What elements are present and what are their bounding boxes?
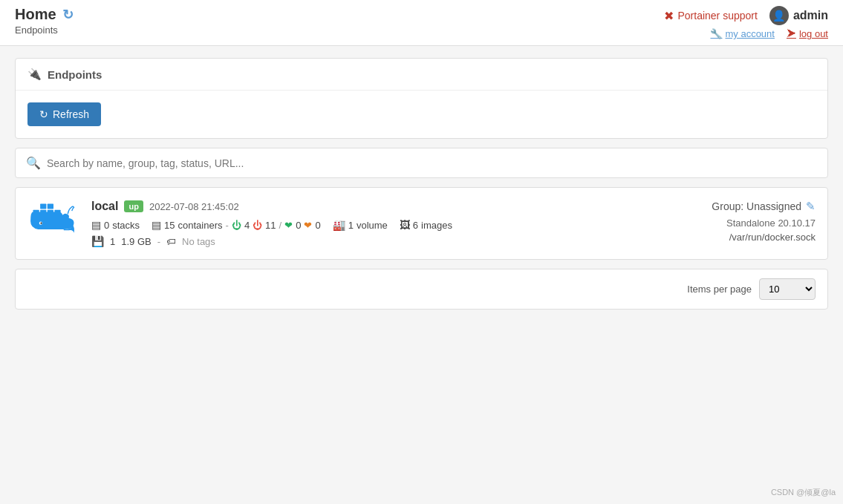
endpoint-name[interactable]: local <box>91 200 118 213</box>
svg-rect-4 <box>40 204 46 209</box>
endpoint-card[interactable]: local up 2022-07-08 21:45:02 ▤ 0 stacks … <box>15 187 828 260</box>
header-title-row: Home ↻ <box>15 6 74 23</box>
status-badge: up <box>124 200 143 212</box>
items-per-page-select[interactable]: 10 25 50 100 <box>759 278 816 300</box>
image-label: images <box>421 220 452 231</box>
docker-logo <box>27 200 79 243</box>
running-icon: ⏻ <box>232 220 241 231</box>
separator2: / <box>279 220 282 231</box>
log-out-label: log out <box>799 28 828 39</box>
logout-icon: ⮞ <box>787 28 796 39</box>
volume-icon: 🏭 <box>333 219 345 231</box>
endpoint-title-row: local up 2022-07-08 21:45:02 <box>91 200 670 213</box>
volume-label: volume <box>357 220 388 231</box>
log-out-link[interactable]: ⮞ log out <box>787 28 828 39</box>
group-row: Group: Unassigned ✎ <box>682 200 816 213</box>
unhealthy-icon: ❤ <box>304 220 312 231</box>
image-count: 6 <box>413 220 418 231</box>
header-left: Home ↻ Endpoints <box>15 6 74 36</box>
group-label: Group: Unassigned <box>712 200 801 212</box>
stopped-icon: ⏻ <box>253 220 262 231</box>
tags-label: No tags <box>182 236 215 247</box>
svg-point-10 <box>40 223 42 224</box>
endpoint-stats: ▤ 0 stacks ▤ 15 containers - ⏻ 4 ⏻ 11 / … <box>91 219 670 231</box>
docker-socket: /var/run/docker.sock <box>682 232 816 243</box>
edit-icon[interactable]: ✎ <box>806 200 816 213</box>
endpoint-info: local up 2022-07-08 21:45:02 ▤ 0 stacks … <box>91 200 670 247</box>
memory-icon: 💾 <box>91 235 104 247</box>
wrench-icon: 🔧 <box>710 28 722 39</box>
page-title: Home <box>15 6 56 23</box>
items-per-page-label: Items per page <box>687 284 752 295</box>
stacks-stat: ▤ 0 stacks <box>91 219 140 231</box>
search-bar: 🔍 <box>15 148 828 178</box>
portainer-support-icon: ✖ <box>664 9 674 23</box>
main-content: 🔌 Endpoints ↻ Refresh 🔍 <box>0 46 843 321</box>
memory-size: 1.9 GB <box>121 236 151 247</box>
refresh-button[interactable]: ↻ Refresh <box>27 102 101 126</box>
header-top-row: ✖ Portainer support 👤 admin <box>664 6 828 25</box>
containers-label: containers <box>178 220 223 231</box>
endpoint-right: Group: Unassigned ✎ Standalone 20.10.17 … <box>682 200 816 243</box>
endpoints-panel: 🔌 Endpoints ↻ Refresh <box>15 58 828 139</box>
volume-count: 1 <box>348 220 354 231</box>
stacks-icon: ▤ <box>91 219 101 231</box>
pagination-row: Items per page 10 25 50 100 <box>15 269 828 310</box>
images-icon: 🖼 <box>400 219 410 231</box>
header-right: ✖ Portainer support 👤 admin 🔧 my account… <box>664 6 828 39</box>
stopped-count: 11 <box>265 220 276 231</box>
containers-count: 15 <box>164 220 175 231</box>
admin-label: admin <box>793 9 828 22</box>
containers-stat: ▤ 15 containers - ⏻ 4 ⏻ 11 / ❤ 0 ❤ 0 <box>152 219 321 231</box>
images-stat: 🖼 6 images <box>400 219 452 231</box>
header-refresh-icon[interactable]: ↻ <box>62 7 74 23</box>
endpoint-tags-row: 💾 1 1.9 GB - 🏷 No tags <box>91 235 670 247</box>
containers-icon: ▤ <box>152 219 161 231</box>
memory-count: 1 <box>110 236 115 247</box>
panel-title: Endpoints <box>48 68 102 81</box>
healthy-count: 0 <box>296 220 301 231</box>
endpoint-timestamp: 2022-07-08 21:45:02 <box>149 201 239 212</box>
plug-icon: 🔌 <box>27 68 42 81</box>
unhealthy-count: 0 <box>315 220 320 231</box>
search-icon: 🔍 <box>26 156 41 170</box>
healthy-icon: ❤ <box>284 220 293 231</box>
portainer-support-link[interactable]: ✖ Portainer support <box>664 9 757 23</box>
refresh-btn-label: Refresh <box>53 108 89 120</box>
search-input[interactable] <box>47 157 817 169</box>
tag-icon: 🏷 <box>166 236 176 247</box>
header: Home ↻ Endpoints ✖ Portainer support 👤 a… <box>0 0 843 46</box>
panel-body: ↻ Refresh <box>16 91 827 138</box>
tag-separator: - <box>157 236 160 247</box>
my-account-label: my account <box>725 28 774 39</box>
stacks-label: stacks <box>112 220 140 231</box>
refresh-btn-icon: ↻ <box>39 108 48 120</box>
standalone-info: Standalone 20.10.17 <box>682 217 816 229</box>
avatar: 👤 <box>769 6 789 25</box>
running-count: 4 <box>244 220 250 231</box>
header-subtitle: Endpoints <box>15 24 74 36</box>
svg-rect-5 <box>48 204 53 209</box>
header-bottom-row: 🔧 my account ⮞ log out <box>710 28 828 39</box>
admin-user: 👤 admin <box>769 6 828 25</box>
panel-header: 🔌 Endpoints <box>16 59 827 91</box>
portainer-support-label: Portainer support <box>677 10 757 22</box>
my-account-link[interactable]: 🔧 my account <box>710 28 774 39</box>
separator: - <box>226 220 229 231</box>
volumes-stat: 🏭 1 volume <box>333 219 388 231</box>
stacks-count: 0 <box>104 220 109 231</box>
